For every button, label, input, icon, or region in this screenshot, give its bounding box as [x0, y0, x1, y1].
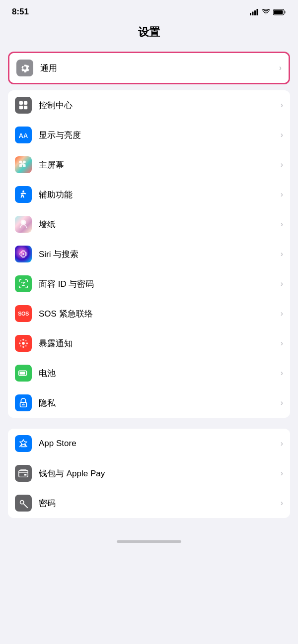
settings-item-sos[interactable]: SOS SOS 紧急联络 ›	[8, 299, 290, 328]
svg-rect-5	[285, 11, 286, 13]
general-chevron: ›	[279, 64, 282, 72]
siri-chevron: ›	[281, 250, 283, 258]
faceid-chevron: ›	[281, 279, 283, 288]
wallet-svg	[18, 468, 29, 479]
appstore-icon	[15, 435, 32, 452]
exposure-svg	[18, 338, 29, 349]
exposure-label: 暴露通知	[39, 338, 281, 349]
accessibility-svg	[18, 189, 29, 200]
settings-item-homescreen[interactable]: 主屏幕 ›	[8, 150, 290, 180]
svg-rect-34	[19, 471, 28, 477]
settings-item-faceid[interactable]: 面容 ID 与密码 ›	[8, 269, 290, 299]
general-icon	[16, 60, 33, 76]
svg-rect-10	[24, 106, 27, 109]
homescreen-icon	[15, 156, 32, 173]
svg-point-28	[25, 340, 27, 341]
exposure-icon	[15, 335, 32, 352]
wallpaper-svg	[18, 219, 29, 230]
svg-rect-0	[250, 13, 251, 15]
sos-chevron: ›	[281, 309, 283, 318]
accessibility-icon	[15, 186, 32, 203]
battery-chevron: ›	[281, 369, 283, 378]
svg-point-29	[20, 345, 21, 347]
svg-rect-9	[19, 106, 23, 109]
homescreen-label: 主屏幕	[39, 159, 281, 171]
passwords-label: 密码	[39, 498, 281, 509]
svg-rect-1	[252, 11, 254, 15]
home-indicator-area	[0, 518, 298, 548]
settings-item-display[interactable]: AA 显示与亮度 ›	[8, 120, 290, 150]
privacy-label: 隐私	[39, 397, 281, 409]
svg-point-27	[20, 340, 21, 341]
svg-rect-6	[274, 10, 283, 14]
svg-point-17	[22, 191, 24, 193]
settings-item-privacy[interactable]: 隐私 ›	[8, 388, 290, 418]
display-label: 显示与亮度	[39, 129, 281, 141]
settings-item-exposure[interactable]: 暴露通知 ›	[8, 328, 290, 358]
svg-rect-2	[254, 10, 256, 15]
sos-label: SOS 紧急联络	[39, 308, 281, 320]
svg-rect-8	[24, 101, 27, 105]
svg-rect-35	[24, 474, 27, 476]
svg-point-25	[19, 342, 21, 344]
svg-point-21	[22, 253, 24, 255]
wallpaper-icon	[15, 216, 32, 233]
control-center-svg	[18, 100, 29, 111]
homescreen-svg	[18, 159, 29, 170]
svg-rect-32	[20, 372, 25, 375]
svg-point-30	[25, 345, 27, 347]
battery-icon	[273, 9, 286, 15]
settings-item-accessibility[interactable]: 辅助功能 ›	[8, 180, 290, 209]
settings-item-siri[interactable]: Siri 与搜索 ›	[8, 239, 290, 269]
svg-point-18	[22, 221, 25, 224]
settings-group-store: App Store › 钱包与 Apple Pay ›	[8, 429, 290, 518]
sos-icon: SOS	[15, 305, 32, 322]
control-center-icon	[15, 97, 32, 114]
status-time: 8:51	[12, 7, 29, 17]
settings-item-appstore[interactable]: App Store ›	[8, 429, 290, 458]
home-indicator	[117, 540, 181, 543]
settings-group-main: 控制中心 › AA 显示与亮度 ›	[8, 90, 290, 418]
accessibility-chevron: ›	[281, 190, 283, 199]
siri-icon	[15, 246, 32, 262]
general-label: 通用	[40, 63, 279, 74]
settings-item-general[interactable]: 通用 ›	[9, 53, 289, 83]
accessibility-label: 辅助功能	[39, 189, 281, 200]
svg-point-36	[20, 501, 24, 504]
wallpaper-label: 墙纸	[39, 219, 281, 230]
settings-item-wallpaper[interactable]: 墙纸 ›	[8, 209, 290, 239]
settings-item-wallet[interactable]: 钱包与 Apple Pay ›	[8, 458, 290, 488]
faceid-label: 面容 ID 与密码	[39, 278, 281, 290]
svg-point-22	[22, 342, 25, 345]
battery-label: 电池	[39, 368, 281, 379]
siri-label: Siri 与搜索	[39, 249, 281, 260]
wallet-label: 钱包与 Apple Pay	[39, 468, 281, 479]
status-bar: 8:51	[0, 0, 298, 21]
privacy-svg	[18, 397, 29, 408]
svg-point-26	[26, 342, 28, 344]
page-title-bar: 设置	[0, 21, 298, 46]
svg-point-23	[22, 339, 24, 341]
wallpaper-chevron: ›	[281, 220, 283, 229]
passwords-chevron: ›	[281, 499, 283, 508]
sos-text: SOS	[18, 311, 29, 317]
settings-item-battery[interactable]: 电池 ›	[8, 358, 290, 388]
wallet-icon	[15, 465, 32, 482]
faceid-icon	[15, 275, 32, 292]
settings-item-control-center[interactable]: 控制中心 ›	[8, 90, 290, 120]
svg-rect-3	[257, 9, 258, 15]
status-icons	[250, 9, 286, 15]
privacy-icon	[15, 394, 32, 411]
privacy-chevron: ›	[281, 398, 283, 407]
svg-rect-7	[19, 101, 23, 105]
passwords-icon	[15, 495, 32, 512]
appstore-svg	[18, 438, 29, 449]
svg-text:AA: AA	[19, 132, 28, 139]
exposure-chevron: ›	[281, 339, 283, 348]
battery-settings-svg	[18, 368, 29, 379]
faceid-svg	[18, 278, 29, 289]
settings-item-passwords[interactable]: 密码 ›	[8, 488, 290, 518]
battery-settings-icon	[15, 365, 32, 382]
display-svg: AA	[18, 129, 29, 140]
svg-point-24	[22, 346, 24, 348]
